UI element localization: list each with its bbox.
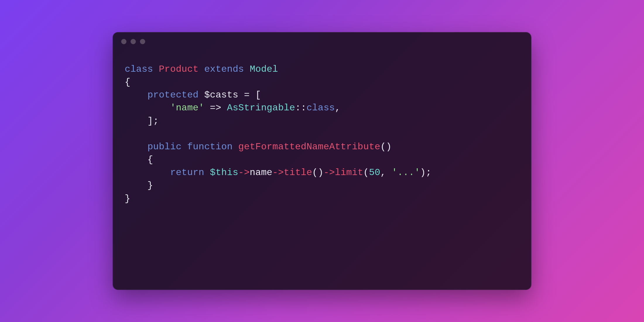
code-token: title [284, 167, 312, 178]
code-token: name [250, 167, 273, 178]
code-token: class [306, 102, 335, 113]
code-token: class [125, 64, 159, 75]
code-token: ); [420, 167, 431, 178]
code-token: '...' [392, 167, 420, 178]
code-token: -> [323, 167, 335, 178]
code-token: , [380, 167, 392, 178]
code-token: ( [363, 167, 369, 178]
code-token: = [ [238, 90, 261, 100]
window-titlebar [113, 32, 531, 51]
code-token: () [380, 141, 392, 152]
code-token: :: [295, 102, 306, 113]
code-token: Model [250, 64, 278, 75]
code-token: $casts [204, 90, 238, 100]
code-token: limit [335, 167, 363, 178]
code-block: class Product extends Model { protected … [113, 51, 531, 217]
code-token: return [170, 167, 210, 178]
code-token: 50 [369, 167, 380, 178]
code-token [125, 102, 170, 113]
code-token: { [125, 77, 130, 88]
window-close-dot[interactable] [121, 39, 126, 44]
terminal-window: class Product extends Model { protected … [113, 32, 531, 290]
code-token: () [312, 167, 323, 178]
code-token [125, 167, 170, 178]
code-token: protected [148, 90, 204, 100]
code-token [125, 141, 148, 152]
code-token: , [335, 102, 340, 113]
code-token: extends [204, 64, 250, 75]
code-token: 'name' [170, 102, 204, 113]
code-token: getFormattedNameAttribute [238, 141, 380, 152]
code-token: { [125, 154, 153, 165]
code-token: Product [159, 64, 204, 75]
code-token: public [148, 141, 187, 152]
code-token: => [204, 102, 227, 113]
code-token [125, 90, 148, 100]
window-minimize-dot[interactable] [131, 39, 136, 44]
code-token: ]; [125, 116, 159, 126]
code-token: -> [273, 167, 284, 178]
code-token: -> [238, 167, 250, 178]
code-token: AsStringable [227, 102, 295, 113]
window-maximize-dot[interactable] [140, 39, 145, 44]
code-token: function [187, 141, 238, 152]
code-token: $this [210, 167, 238, 178]
code-token: } [125, 180, 153, 191]
code-token: } [125, 193, 130, 204]
